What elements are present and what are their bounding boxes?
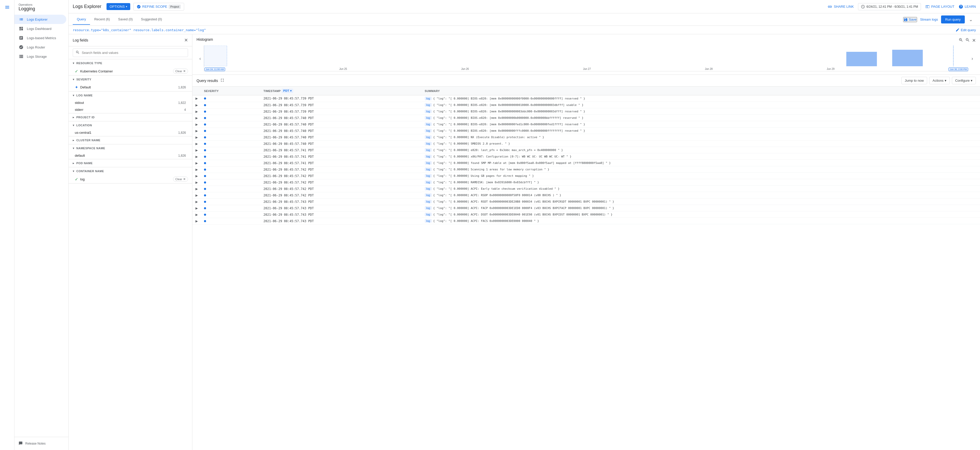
log-name-header[interactable]: ▾ LOG NAME [68, 92, 192, 99]
tab-suggested[interactable]: Suggested (0) [137, 14, 166, 25]
clear-container-name-button[interactable]: Clear ✕ [173, 177, 188, 182]
clear-resource-type-button[interactable]: Clear ✕ [173, 68, 188, 74]
expand-row-button[interactable]: ▶ [196, 193, 198, 197]
sidebar-item-label: Logs Explorer [27, 17, 48, 21]
date-label-jun27: Jun 27 [583, 68, 591, 71]
severity-header[interactable]: ▾ SEVERITY [68, 76, 192, 83]
actions-dropdown-button[interactable]: Actions ▾ [929, 77, 950, 84]
expand-row-button[interactable]: ▶ [196, 116, 198, 120]
row-expand-cell: ▶ [192, 173, 201, 179]
chevron-up-icon: ▾ [73, 146, 74, 150]
container-name-header[interactable]: ▾ CONTAINER NAME [68, 167, 192, 175]
table-row: ▶ 2021-06-29 08:45:57.743 PDT log { "log… [192, 218, 980, 224]
learn-button[interactable]: LEARN [959, 5, 976, 9]
page-layout-button[interactable]: PAGE LAYOUT [925, 5, 955, 9]
configure-dropdown-button[interactable]: Configure ▾ [952, 77, 976, 84]
edit-query-button[interactable]: Edit query [956, 28, 976, 32]
table-row: ▶ 2021-06-29 08:45:57.740 PDT log { "log… [192, 121, 980, 128]
sidebar-item-logs-router[interactable]: Logs Router [14, 43, 66, 52]
summary-text: { "log": "[ 0.000000] ACPI: DSDT 0x00000… [433, 213, 612, 216]
sidebar-item-logs-explorer[interactable]: Logs Explorer [14, 15, 66, 24]
table-row: ▶ 2021-06-29 08:45:57.742 PDT log { "log… [192, 179, 980, 185]
location-us-central1[interactable]: us-central1 1,826 [68, 129, 192, 136]
expand-row-button[interactable]: ▶ [196, 219, 198, 223]
expand-row-button[interactable]: ▶ [196, 181, 198, 184]
pdt-sort-button[interactable]: PDT ▾ [282, 89, 293, 93]
share-link-button[interactable]: SHARE LINK [827, 5, 854, 9]
timestamp-cell: 2021-06-29 08:45:57.739 PDT [261, 95, 422, 102]
summary-text: { "log": "[ 0.000000] BIOS-e820: [mem 0x… [433, 116, 584, 120]
release-notes-item[interactable]: Release Notes [19, 439, 64, 448]
summary-text: { "log": "[ 0.000000] BIOS-e820: [mem 0x… [433, 123, 585, 126]
sidebar-item-logs-storage[interactable]: Logs Storage [14, 52, 66, 61]
container-name-log[interactable]: ✓ log Clear ✕ [68, 175, 192, 183]
expand-row-button[interactable]: ▶ [196, 123, 198, 126]
resource-type-k8s-container[interactable]: ✓ Kubernetes Container Clear ✕ [68, 67, 192, 75]
pod-name-header[interactable]: ▸ POD NAME [68, 159, 192, 167]
expand-row-button[interactable]: ▶ [196, 168, 198, 171]
query-text[interactable]: resource.type="k8s_container" resource.l… [73, 28, 953, 32]
run-query-button[interactable]: Run query [941, 16, 965, 24]
save-button[interactable]: Save [903, 17, 917, 22]
log-name-stdout[interactable]: stdout 1,822 [68, 99, 192, 106]
cluster-name-header[interactable]: ▸ CLUSTER NAME [68, 136, 192, 144]
sidebar-nav: Logs Explorer Logs Dashboard Logs-based … [14, 13, 68, 437]
histogram-next-button[interactable]: › [969, 46, 976, 71]
expand-row-button[interactable]: ▶ [196, 103, 198, 107]
sidebar-item-logs-dashboard[interactable]: Logs Dashboard [14, 24, 66, 33]
namespace-name-header[interactable]: ▾ NAMESPACE NAME [68, 144, 192, 152]
nav-rail [0, 0, 14, 450]
row-expand-cell: ▶ [192, 160, 201, 166]
expand-row-button[interactable]: ▶ [196, 155, 198, 158]
timestamp-cell: 2021-06-29 08:45:57.742 PDT [261, 179, 422, 185]
expand-row-button[interactable]: ▶ [196, 129, 198, 133]
tab-saved[interactable]: Saved (0) [114, 14, 137, 25]
severity-cell [201, 102, 261, 108]
zoom-out-icon[interactable] [965, 38, 970, 43]
severity-dot [204, 214, 206, 216]
hamburger-icon[interactable] [2, 2, 13, 13]
expand-row-button[interactable]: ▶ [196, 162, 198, 165]
summary-text: { "log": "[ 0.000000] found SMP MP-table… [433, 162, 611, 165]
resource-type-header[interactable]: ▾ RESOURCE TYPE [68, 59, 192, 67]
options-button[interactable]: OPTIONS ▾ [107, 3, 130, 10]
namespace-name-section: ▾ NAMESPACE NAME default 1,826 [68, 144, 192, 159]
close-histogram-button[interactable]: ✕ [972, 38, 976, 43]
expand-row-button[interactable]: ▶ [196, 200, 198, 204]
zoom-in-icon[interactable] [959, 38, 963, 43]
close-log-fields-button[interactable]: ✕ [184, 37, 188, 43]
expand-row-button[interactable]: ▶ [196, 149, 198, 152]
sidebar-item-logs-metrics[interactable]: Logs-based Metrics [14, 33, 66, 43]
timestamp-cell: 2021-06-29 08:45:57.743 PDT [261, 198, 422, 205]
expand-row-button[interactable]: ▶ [196, 110, 198, 113]
search-input[interactable] [82, 51, 185, 55]
table-row: ▶ 2021-06-29 08:45:57.740 PDT log { "log… [192, 128, 980, 134]
summary-text: { "log": "[ 0.000000] BIOS-e820: [mem 0x… [433, 97, 585, 100]
histogram-prev-button[interactable]: ‹ [197, 46, 204, 71]
summary-cell: log { "log": "[ 0.000000] ACPI: RSDP 0x0… [422, 192, 980, 198]
log-name-stderr[interactable]: stderr 4 [68, 106, 192, 113]
link-icon [827, 5, 832, 9]
refine-scope-button[interactable]: REFINE SCOPE Project [133, 3, 184, 11]
location-header[interactable]: ▾ LOCATION [68, 121, 192, 129]
date-range-picker[interactable]: 6/24/21, 12:41 PM - 6/30/21, 1:41 PM [858, 3, 921, 10]
expand-row-button[interactable]: ▶ [196, 136, 198, 139]
date-label-jun26: Jun 26 [461, 68, 469, 71]
expand-row-button[interactable]: ▶ [196, 187, 198, 191]
expand-row-button[interactable]: ▶ [196, 174, 198, 178]
expand-row-button[interactable]: ▶ [196, 142, 198, 146]
project-id-header[interactable]: ▸ PROJECT ID [68, 113, 192, 121]
expand-row-button[interactable]: ▶ [196, 213, 198, 217]
namespace-default[interactable]: default 1,826 [68, 152, 192, 159]
table-row: ▶ 2021-06-29 08:45:57.743 PDT log { "log… [192, 198, 980, 205]
jump-to-now-button[interactable]: Jump to now [901, 77, 927, 84]
expand-results-button[interactable] [220, 78, 224, 84]
expand-row-button[interactable]: ▶ [196, 97, 198, 100]
timestamp-cell: 2021-06-29 08:45:57.740 PDT [261, 134, 422, 141]
tab-recent[interactable]: Recent (6) [90, 14, 114, 25]
more-options-button[interactable]: ⌄ [968, 16, 974, 24]
tab-query[interactable]: Query [73, 14, 90, 25]
stream-logs-button[interactable]: Stream logs [920, 17, 938, 21]
expand-row-button[interactable]: ▶ [196, 206, 198, 210]
severity-default[interactable]: ✦ Default 1,826 [68, 83, 192, 91]
